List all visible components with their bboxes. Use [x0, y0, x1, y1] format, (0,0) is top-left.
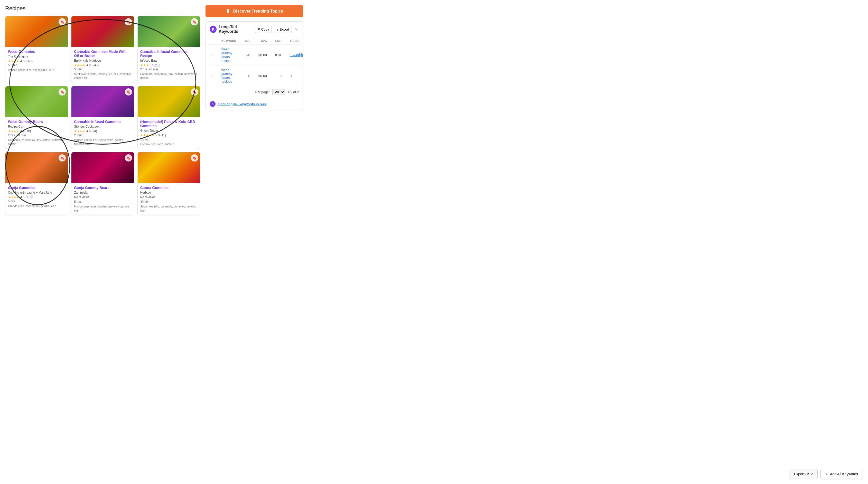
recipe-name-weed-gummy-bears[interactable]: Weed Gummy Bears: [8, 120, 65, 124]
recipe-name-canna-gummies[interactable]: Canna Gummies: [140, 186, 197, 190]
recipe-card-paleo-keto-cbd: 🔖(Homemade!) Paleo & Keto CBD GummiesGno…: [137, 86, 200, 149]
col-header-cmp: CMP: [271, 37, 286, 45]
recipe-ingredients-canna-gummies: Sugar free jello, cannabis, gummies, gel…: [140, 205, 197, 213]
keyword-panel-title: K Long-Tail Keywords: [210, 25, 255, 34]
recipe-image-weed-gummies: 🔖: [5, 16, 68, 47]
recipe-source-paleo-keto-cbd: Gnom-Gnom: [140, 129, 197, 132]
recipe-time-ganja-gummy-bears: No reviews: [74, 195, 131, 199]
copy-icon: ⧉: [258, 27, 260, 31]
keyword-panel-title-text: Long-Tail Keywords: [219, 25, 255, 34]
bulk-link-row: K Find long-tail keywords in bulk: [206, 98, 303, 110]
recipe-name-ganja-gummies[interactable]: Ganja Gummies: [8, 186, 65, 190]
recipe-time-weed-gummies: 50 min.: [8, 63, 65, 67]
recipe-rating-ganja-gummies: ★★★★4.1 (918): [8, 195, 65, 199]
recipe-extra-time-ganja-gummies: 5 hrs.: [8, 199, 65, 203]
recipe-image-cannabis-gummies-oil: 🔖: [71, 16, 134, 47]
recipe-time-canna-gummies: No reviews: [140, 195, 197, 199]
per-page-select[interactable]: All 10 25: [272, 89, 285, 95]
discover-trending-button[interactable]: ⏸ Discover Trending Topics: [206, 5, 303, 17]
recipe-image-canna-gummies: 🔖: [138, 152, 200, 183]
keyword-panel-header: K Long-Tail Keywords ⧉ Copy ↓ Export ×: [206, 22, 303, 37]
bookmark-button-cannabis-gummies-oil[interactable]: 🔖: [125, 18, 132, 25]
recipe-ingredients-cannabis-infused-gummies2: Infused coconut oil, soy lecithin, gelat…: [74, 138, 131, 146]
recipe-source-cannabis-gummies-oil: Emily Kyle Nutrition: [74, 59, 131, 62]
keyword-vol-0: 320: [240, 45, 254, 65]
recipe-name-weed-gummies[interactable]: Weed Gummies: [8, 50, 65, 54]
export-icon: ↓: [277, 28, 278, 31]
keyword-text-0[interactable]: weed gummy bears recipe: [217, 45, 240, 65]
recipe-source-ganja-gummies: Cooking with Laurie + MaryJane: [8, 191, 65, 194]
recipe-card-weed-gummy-bears: 🔖Weed Gummy BearsRecipe Cart★★★★4.7 (10)…: [5, 86, 68, 149]
recipe-source-canna-gummies: Herb.co: [140, 191, 197, 194]
recipe-source-cannabis-infused-gummies2: Stoners Cookbook: [74, 125, 131, 128]
keyword-trend-1: 0: [286, 65, 303, 86]
recipe-ingredients-weed-gummy-bears: Cannabis, coconut oil, soy lecithin, unf…: [8, 138, 65, 146]
bulk-link[interactable]: Find long-tail keywords in bulk: [218, 102, 267, 106]
recipe-source-cannabis-infused-recipe: Infused Eats: [140, 59, 197, 62]
keyword-vol-1: 0: [240, 65, 254, 86]
bookmark-button-cannabis-infused-gummies2[interactable]: 🔖: [125, 88, 132, 96]
recipe-time-weed-gummy-bears: 2 hrs. 20 min.: [8, 133, 65, 137]
recipe-ingredients-cannabis-infused-recipe: Cannabis, coconut oil, soy lecithin, unf…: [140, 72, 197, 80]
recipe-name-cannabis-gummies-oil[interactable]: Cannabis Gummies Made With Oil or Butter: [74, 50, 131, 58]
recipe-rating-paleo-keto-cbd: ★★★★★5.0 (11): [140, 133, 197, 137]
bookmark-button-paleo-keto-cbd[interactable]: 🔖: [191, 88, 198, 96]
col-header-keyword: KEYWORD: [217, 37, 240, 45]
keyword-star-1[interactable]: ☆: [206, 65, 217, 86]
bookmark-button-ganja-gummies[interactable]: 🔖: [59, 154, 66, 162]
recipe-image-cannabis-infused-recipe: 🔖: [138, 16, 200, 47]
recipe-name-ganja-gummy-bears[interactable]: Ganja Gummy Bears: [74, 186, 131, 190]
bookmark-button-cannabis-infused-recipe[interactable]: 🔖: [191, 18, 198, 25]
recipe-card-weed-gummies: 🔖Weed GummiesThe Cannigma★★★★4.5 (569)50…: [5, 16, 68, 83]
recipe-image-ganja-gummy-bears: 🔖: [71, 152, 134, 183]
recipe-ingredients-cannabis-gummies-oil: Sunflower lecithin, lemon juice, oils, c…: [74, 72, 131, 80]
keyword-cpc-0: $0.00: [254, 45, 271, 65]
recipe-card-cannabis-gummies-oil: 🔖Cannabis Gummies Made With Oil or Butte…: [71, 16, 134, 83]
recipe-image-weed-gummy-bears: 🔖: [5, 86, 68, 117]
recipe-ingredients-ganja-gummy-bears: Mango pulp, agar powder, agave syrup, us…: [74, 205, 131, 213]
recipe-card-ganja-gummy-bears: 🔖Ganja Gummy BearsZamnesiaNo reviews5 hr…: [71, 152, 134, 216]
bookmark-button-weed-gummies[interactable]: 🔖: [59, 18, 66, 25]
recipes-section: Recipes 🔖Weed GummiesThe Cannigma★★★★4.5…: [5, 5, 200, 216]
keyword-row: ☆weed gummy bears recipe320$0.000.01: [206, 45, 303, 65]
recipe-extra-time-canna-gummies: 40 min.: [140, 200, 197, 204]
keyword-star-0[interactable]: ☆: [206, 45, 217, 65]
sidebar: ⏸ Discover Trending Topics K Long-Tail K…: [206, 5, 303, 216]
export-button[interactable]: ↓ Export: [274, 26, 292, 33]
recipe-name-cannabis-infused-gummies2[interactable]: Cannabis Infused Gummies: [74, 120, 131, 124]
keyword-cmp-1: 0: [271, 65, 286, 86]
copy-label: Copy: [261, 28, 269, 31]
recipe-ingredients-ganja-gummies: Orange juice, coconut oil, gelatin, jell…: [8, 204, 65, 208]
recipe-source-weed-gummy-bears: Recipe Cart: [8, 125, 65, 128]
recipe-card-cannabis-infused-gummies2: 🔖Cannabis Infused GummiesStoners Cookboo…: [71, 86, 134, 149]
k-badge: K: [210, 26, 217, 33]
bookmark-button-weed-gummy-bears[interactable]: 🔖: [59, 88, 66, 96]
recipe-time-cannabis-gummies-oil: 55 min.: [74, 67, 131, 71]
recipe-time-cannabis-infused-recipe: 2 hrs. 20 min.: [140, 67, 197, 71]
export-label: Export: [279, 28, 289, 31]
pagination-row: Per page: All 10 25 1-2 of 2: [206, 86, 303, 98]
recipe-name-paleo-keto-cbd[interactable]: (Homemade!) Paleo & Keto CBD Gummies: [140, 120, 197, 128]
close-button[interactable]: ×: [294, 27, 299, 32]
recipe-name-cannabis-infused-recipe[interactable]: Cannabis Infused Gummies Recipe: [140, 50, 197, 58]
recipe-source-weed-gummies: The Cannigma: [8, 55, 65, 58]
recipe-card-canna-gummies: 🔖Canna GummiesHerb.coNo reviews40 min.Su…: [137, 152, 200, 216]
pagination-count: 1-2 of 2: [287, 90, 299, 94]
keyword-row: ☆weed gummy bears recipes0$0.0000: [206, 65, 303, 86]
keyword-cpc-1: $0.00: [254, 65, 271, 86]
bookmark-button-ganja-gummy-bears[interactable]: 🔖: [125, 154, 132, 162]
recipe-extra-time-ganja-gummy-bears: 5 hrs.: [74, 200, 131, 204]
recipe-time-paleo-keto-cbd: 10 min.: [140, 138, 197, 141]
keyword-table: KEYWORD VOL CPC CMP TREND ☆weed gummy be…: [206, 37, 303, 86]
recipe-ingredients-weed-gummies: Infused coconut oil, soy lecithin, jell …: [8, 68, 65, 72]
bookmark-button-canna-gummies[interactable]: 🔖: [191, 154, 198, 162]
page-title: Recipes: [5, 5, 200, 12]
recipe-rating-cannabis-gummies-oil: ★★★★4.8 (247): [74, 63, 131, 67]
keyword-text-1[interactable]: weed gummy bears recipes: [217, 65, 240, 86]
recipe-time-cannabis-infused-gummies2: 20 min.: [74, 133, 131, 137]
col-header-cpc: CPC: [254, 37, 271, 45]
recipes-grid-wrapper: 🔖Weed GummiesThe Cannigma★★★★4.5 (569)50…: [5, 16, 200, 216]
copy-button[interactable]: ⧉ Copy: [255, 26, 272, 33]
col-header-trend: TREND: [286, 37, 303, 45]
recipe-rating-cannabis-infused-recipe: ★★★3.5 (18): [140, 63, 197, 67]
